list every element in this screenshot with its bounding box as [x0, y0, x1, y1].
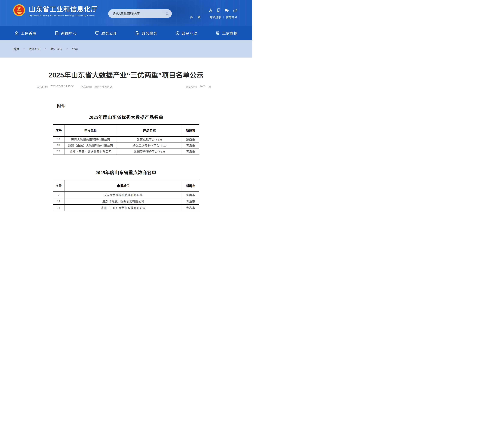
site-subtitle: Department of Industry and Information T…	[29, 14, 98, 17]
mail-login-link[interactable]: 邮箱登录	[210, 15, 221, 19]
views-count: 2485	[200, 85, 206, 88]
breadcrumb-disclosure[interactable]: 政务公开	[29, 47, 41, 51]
main-nav: 工信首页 新闻中心 政务公开 政务服务	[0, 26, 252, 40]
national-emblem-icon	[13, 4, 25, 16]
site-title-block: 山东省工业和信息化厅 Department of Industry and In…	[29, 4, 98, 17]
table-cell: 73	[53, 148, 64, 154]
table-cell: 青岛市	[182, 205, 199, 211]
interaction-icon	[175, 31, 180, 35]
header-icon-row	[190, 8, 237, 12]
site-logo[interactable]: 山东省工业和信息化厅 Department of Industry and In…	[13, 4, 98, 17]
views-label: 浏览次数：	[186, 85, 198, 88]
excellent-products-table: 序号申报单位产品名称所属市 33天元大数据信用管理有限公司政策兑现平台 V1.0…	[53, 124, 199, 155]
table-cell: 浪潮（山东）大数据科技有限公司	[64, 205, 182, 211]
column-header: 申报单位	[64, 180, 182, 192]
lang-simplified-link[interactable]: 简	[190, 15, 193, 19]
mobile-icon[interactable]	[217, 8, 220, 12]
breadcrumb-separator: >	[45, 47, 46, 50]
table-cell: 济南市	[182, 136, 199, 142]
column-header: 申报单位	[64, 125, 117, 136]
search-box[interactable]	[108, 9, 172, 18]
table-cell: 浪潮（青岛）数据要素有限公司	[64, 148, 117, 154]
table-cell: 69	[53, 142, 64, 148]
table-cell: 青岛市	[182, 198, 199, 205]
column-header: 所属市	[182, 180, 199, 192]
table-row: 15浪潮（山东）大数据科技有限公司青岛市	[53, 205, 199, 211]
news-icon	[55, 31, 59, 35]
header-utilities: 简 繁 邮箱登录 智慧办公	[190, 8, 237, 19]
table-cell: 卓数工坊智能体平台 V1.0	[117, 142, 182, 148]
breadcrumb-notices[interactable]: 通知公告	[50, 47, 62, 51]
table-row: 33天元大数据信用管理有限公司政策兑现平台 V1.0济南市	[53, 136, 199, 142]
table-header-row: 序号申报单位所属市	[53, 180, 199, 192]
table-cell: 政策兑现平台 V1.0	[117, 136, 182, 142]
views-unit: 次	[208, 85, 211, 88]
breadcrumb-current[interactable]: 公示	[72, 47, 78, 51]
accessibility-icon[interactable]	[209, 8, 213, 12]
home-icon	[14, 31, 19, 35]
table-cell: 天元大数据信用管理有限公司	[64, 136, 117, 142]
header-link-row: 简 繁 邮箱登录 智慧办公	[190, 15, 237, 19]
table-cell: 33	[53, 136, 64, 142]
table-cell: 14	[53, 198, 64, 205]
breadcrumb-separator: >	[23, 47, 25, 50]
column-header: 所属市	[182, 125, 199, 136]
column-header: 序号	[53, 125, 64, 136]
service-icon	[135, 31, 139, 35]
column-header: 序号	[53, 180, 64, 192]
column-header: 产品名称	[117, 125, 182, 136]
table-cell: 数据资产服务平台 V1.0	[117, 148, 182, 154]
table-row: 7天元大数据信用管理有限公司济南市	[53, 192, 199, 198]
nav-item-interaction[interactable]: 政民互动	[175, 31, 197, 36]
table-cell: 浪潮（山东）大数据科技有限公司	[64, 142, 117, 148]
page: { "header": { "site_name": "山东省工业和信息化厅",…	[0, 0, 252, 212]
site-name: 山东省工业和信息化厅	[29, 4, 98, 13]
attachment-label: 附件	[57, 103, 215, 108]
site-header: 山东省工业和信息化厅 Department of Industry and In…	[0, 0, 252, 26]
separator	[223, 16, 224, 19]
publish-date-value: 2025-12-22 14:49:50	[50, 85, 74, 88]
key-data-vendors-table: 序号申报单位所属市 7天元大数据信用管理有限公司济南市14浪潮（青岛）数据要素有…	[53, 180, 199, 211]
table-1-title: 2025年度山东省优秀大数据产品名单	[37, 113, 215, 120]
nav-item-service[interactable]: 政务服务	[135, 31, 157, 36]
meta-views: 浏览次数： 2485 次	[186, 85, 215, 88]
table-header-row: 序号申报单位产品名称所属市	[53, 125, 199, 136]
search-button[interactable]	[163, 9, 172, 18]
breadcrumb-separator: >	[66, 47, 68, 50]
article: 2025年山东省大数据产业“三优两重”项目名单公示 发布日期： 2025-12-…	[37, 69, 215, 211]
table-2-title: 2025年度山东省重点数商名单	[37, 169, 215, 175]
weibo-icon[interactable]	[233, 8, 237, 12]
wechat-icon[interactable]	[225, 8, 229, 12]
table-cell: 青岛市	[182, 148, 199, 154]
table-row: 14浪潮（青岛）数据要素有限公司青岛市	[53, 198, 199, 205]
nav-item-data[interactable]: 工信数据	[216, 31, 238, 36]
search-input[interactable]	[108, 9, 163, 18]
smart-office-link[interactable]: 智慧办公	[226, 15, 237, 19]
nav-item-news[interactable]: 新闻中心	[55, 31, 77, 36]
meta-left: 发布日期： 2025-12-22 14:49:50 信息来源： 数据产业推进处	[37, 85, 112, 88]
page-title: 2025年山东省大数据产业“三优两重”项目名单公示	[37, 69, 215, 79]
source-value: 数据产业推进处	[94, 85, 112, 88]
source-label: 信息来源：	[81, 85, 93, 88]
publish-date-label: 发布日期：	[37, 85, 50, 88]
table-cell: 济南市	[182, 192, 199, 198]
breadcrumb: 首页 > 政务公开 > 通知公告 > 公示	[0, 40, 252, 57]
disclosure-icon	[95, 31, 99, 35]
table-row: 73浪潮（青岛）数据要素有限公司数据资产服务平台 V1.0青岛市	[53, 148, 199, 154]
table-cell: 天元大数据信用管理有限公司	[64, 192, 182, 198]
article-meta: 发布日期： 2025-12-22 14:49:50 信息来源： 数据产业推进处 …	[37, 85, 215, 88]
table-cell: 15	[53, 205, 64, 211]
table-cell: 7	[53, 192, 64, 198]
table-row: 69浪潮（山东）大数据科技有限公司卓数工坊智能体平台 V1.0青岛市	[53, 142, 199, 148]
nav-item-home[interactable]: 工信首页	[14, 31, 36, 36]
search-icon	[165, 12, 169, 16]
lang-traditional-link[interactable]: 繁	[198, 15, 201, 19]
nav-item-disclosure[interactable]: 政务公开	[95, 31, 117, 36]
table-cell: 浪潮（青岛）数据要素有限公司	[64, 198, 182, 205]
breadcrumb-home[interactable]: 首页	[13, 47, 19, 51]
table-cell: 青岛市	[182, 142, 199, 148]
data-icon	[216, 31, 220, 35]
